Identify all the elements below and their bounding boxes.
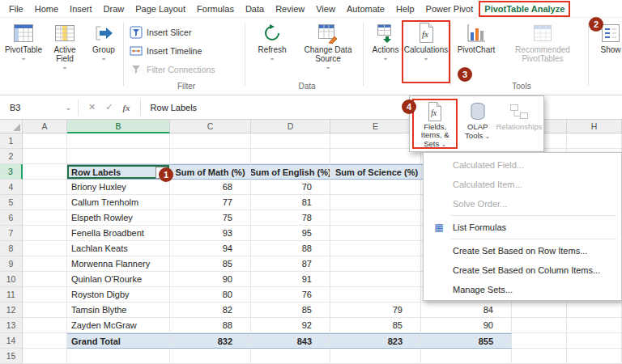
menu-item-list-formulas[interactable]: ▦List Formulas [424,218,621,237]
cell-A8[interactable] [23,241,67,256]
cell-A11[interactable] [23,287,67,303]
namebox-chevron-icon[interactable]: ⌄ [65,104,71,112]
cell-B3[interactable]: Row Labels▼ [67,164,170,180]
active-field-button[interactable]: Active Field [45,21,84,81]
cell-H15[interactable] [567,349,622,364]
insert-timeline-button[interactable]: Insert Timeline [130,43,202,59]
cell-E11[interactable] [330,287,421,303]
menu-item-create-set-based-on-row-items[interactable]: Create Set Based on Row Items... [424,241,621,260]
cell-A2[interactable] [23,149,67,164]
row-header-6[interactable]: 6 [0,210,23,226]
cell-D4[interactable]: 70 [251,180,330,195]
cell-B8[interactable]: Lachlan Keats [67,241,170,256]
name-box[interactable]: B3 ⌄ [0,95,78,119]
cell-B12[interactable]: Tamsin Blythe [67,303,170,318]
cell-B13[interactable]: Zayden McGraw [67,318,170,333]
cell-D15[interactable] [251,349,330,364]
cell-C13[interactable]: 88 [170,318,251,333]
row-header-5[interactable]: 5 [0,195,23,210]
cell-C1[interactable] [170,133,251,149]
cell-C11[interactable]: 80 [170,287,251,303]
tab-file[interactable]: File [3,1,29,17]
tab-help[interactable]: Help [390,1,420,17]
tab-draw[interactable]: Draw [98,1,130,17]
cell-C8[interactable]: 94 [170,241,251,256]
formula-bar-value[interactable]: Row Labels [141,95,197,119]
cell-D7[interactable]: 95 [251,226,330,241]
cell-D13[interactable]: 92 [251,318,330,333]
cell-B15[interactable] [67,349,170,364]
tab-insert[interactable]: Insert [64,1,98,17]
cell-D3[interactable]: Sum of English (%) [251,164,330,180]
cell-A13[interactable] [23,318,67,333]
cell-E12[interactable]: 79 [330,303,421,318]
row-header-8[interactable]: 8 [0,241,23,256]
cell-C7[interactable]: 93 [170,226,251,241]
cell-E2[interactable] [330,149,421,164]
cell-D6[interactable]: 78 [251,210,330,226]
cell-C9[interactable]: 85 [170,256,251,272]
cell-C6[interactable]: 75 [170,210,251,226]
row-header-12[interactable]: 12 [0,303,23,318]
cancel-icon[interactable]: ✕ [88,102,96,112]
tab-pivottable-analyze[interactable]: PivotTable Analyze [479,1,570,17]
row-header-10[interactable]: 10 [0,272,23,287]
col-header-b[interactable]: B [67,120,170,133]
row-header-3[interactable]: 3 [0,164,23,180]
row-header-14[interactable]: 14 [0,333,23,349]
col-header-e[interactable]: E [330,120,421,133]
cell-F13[interactable]: 90 [421,318,512,333]
cell-E10[interactable] [330,272,421,287]
select-all-corner[interactable] [0,120,23,133]
cell-G13[interactable] [512,318,567,333]
cell-A14[interactable] [23,333,67,349]
row-header-15[interactable]: 15 [0,349,23,364]
cell-D9[interactable]: 87 [251,256,330,272]
cell-C4[interactable]: 68 [170,180,251,195]
col-header-d[interactable]: D [251,120,330,133]
cell-A10[interactable] [23,272,67,287]
cell-E14[interactable]: 823 [330,333,421,349]
cell-D8[interactable]: 88 [251,241,330,256]
cell-E13[interactable]: 85 [330,318,421,333]
cell-C2[interactable] [170,149,251,164]
cell-C12[interactable]: 82 [170,303,251,318]
col-header-c[interactable]: C [170,120,251,133]
row-header-7[interactable]: 7 [0,226,23,241]
cell-F12[interactable]: 84 [421,303,512,318]
cell-B9[interactable]: Morwenna Flannery [67,256,170,272]
menu-item-create-set-based-on-column-items[interactable]: Create Set Based on Column Items... [424,260,621,280]
cell-E7[interactable] [330,226,421,241]
cell-B6[interactable]: Elspeth Rowley [67,210,170,226]
pivottable-button[interactable]: PivotTable [5,21,42,81]
insert-slicer-button[interactable]: Insert Slicer [130,24,191,40]
cell-D2[interactable] [251,149,330,164]
cell-A1[interactable] [23,133,67,149]
cell-A12[interactable] [23,303,67,318]
cell-D5[interactable]: 81 [251,195,330,210]
cell-E15[interactable] [330,349,421,364]
cell-C14[interactable]: 832 [170,333,251,349]
cell-H12[interactable] [567,303,622,318]
enter-icon[interactable]: ✓ [105,102,113,112]
cell-D1[interactable] [251,133,330,149]
row-header-2[interactable]: 2 [0,149,23,164]
tab-page-layout[interactable]: Page Layout [130,1,191,17]
col-header-a[interactable]: A [23,120,67,133]
cell-F15[interactable] [421,349,512,364]
cell-D11[interactable]: 76 [251,287,330,303]
cell-B10[interactable]: Quinlan O'Rourke [67,272,170,287]
cell-E8[interactable] [330,241,421,256]
actions-button[interactable]: Actions [368,21,403,81]
cell-B14[interactable]: Grand Total [67,333,170,349]
cell-A5[interactable] [23,195,67,210]
cell-H13[interactable] [567,318,622,333]
menu-item-manage-sets[interactable]: Manage Sets... [424,280,621,299]
cell-C10[interactable]: 90 [170,272,251,287]
change-data-source-button[interactable]: Change Data Source [296,21,360,81]
cell-E3[interactable]: Sum of Science (%) [330,164,421,180]
row-header-4[interactable]: 4 [0,180,23,195]
refresh-button[interactable]: Refresh [253,21,292,81]
cell-B2[interactable] [67,149,170,164]
tab-power-pivot[interactable]: Power Pivot [420,1,479,17]
